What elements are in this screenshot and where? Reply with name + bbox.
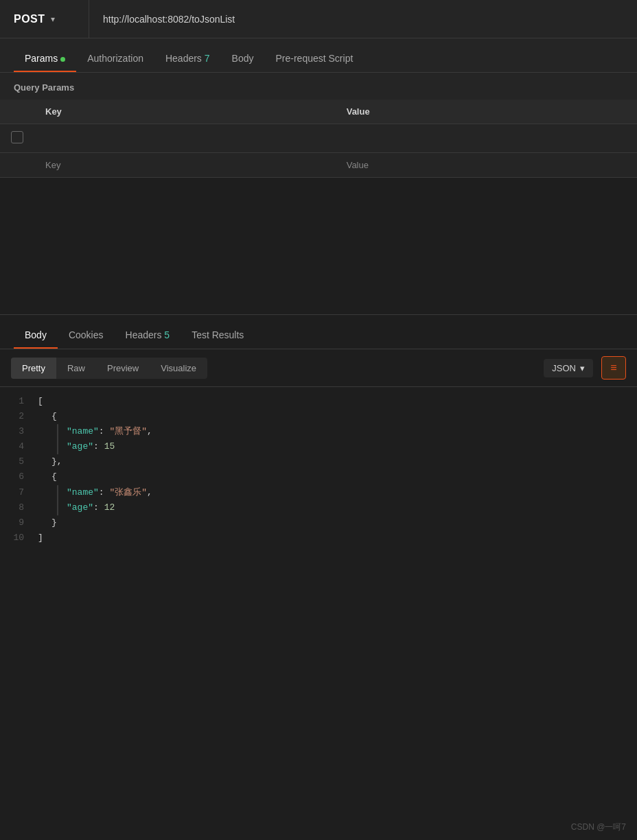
line-content-4: "age": 15	[57, 439, 637, 454]
json-line-2: 2 {	[0, 409, 637, 424]
tab-prerequest[interactable]: Pre-request Script	[264, 43, 364, 72]
line-content-2: {	[38, 409, 637, 424]
table-row: Key Value	[0, 153, 637, 178]
line-content-3: "name": "黑予督",	[57, 424, 637, 439]
format-toolbar: Pretty Raw Preview Visualize JSON ▾ ≡	[0, 349, 637, 387]
line-content-8: "age": 12	[57, 500, 637, 515]
query-params-title: Query Params	[0, 73, 637, 100]
row-checkbox-cell[interactable]	[0, 124, 34, 153]
line-num-8: 8	[0, 500, 38, 515]
json-format-selector[interactable]: JSON ▾	[544, 359, 593, 377]
json-line-7: 7 "name": "张鑫乐",	[0, 485, 637, 500]
line-content-10: ]	[38, 530, 637, 546]
line-num-9: 9	[0, 515, 38, 530]
row-key-cell[interactable]	[34, 124, 336, 153]
line-num-5: 5	[0, 454, 38, 469]
json-line-8: 8 "age": 12	[0, 500, 637, 515]
line-num-7: 7	[0, 485, 38, 500]
format-btn-pretty[interactable]: Pretty	[11, 358, 56, 379]
line-num-4: 4	[0, 439, 38, 454]
chevron-down-icon: ▾	[51, 14, 55, 24]
line-num-10: 10	[0, 530, 38, 546]
format-btn-preview[interactable]: Preview	[96, 358, 150, 379]
url-bar: POST ▾	[0, 0, 637, 38]
row-checkbox[interactable]	[11, 131, 23, 143]
json-line-3: 3 "name": "黑予督",	[0, 424, 637, 439]
json-line-10: 10 ]	[0, 530, 637, 546]
line-content-7: "name": "张鑫乐",	[57, 485, 637, 500]
placeholder-checkbox-cell	[0, 153, 34, 178]
url-input[interactable]	[89, 0, 637, 38]
method-label: POST	[14, 13, 45, 25]
line-num-2: 2	[0, 409, 38, 424]
format-btn-raw[interactable]: Raw	[56, 358, 96, 379]
format-group: Pretty Raw Preview Visualize	[11, 358, 207, 379]
line-content-5: },	[38, 454, 637, 469]
line-content-9: }	[38, 515, 637, 530]
request-tabs-bar: Params Authorization Headers 7 Body Pre-…	[0, 38, 637, 73]
json-format-label: JSON	[552, 363, 576, 373]
tab-authorization[interactable]: Authorization	[76, 43, 154, 72]
response-tabs-bar: Body Cookies Headers 5 Test Results	[0, 315, 637, 349]
json-line-9: 9 }	[0, 515, 637, 530]
response-tab-body[interactable]: Body	[14, 320, 58, 349]
tab-body[interactable]: Body	[221, 43, 265, 72]
table-header-value: Value	[336, 100, 637, 124]
response-tab-cookies[interactable]: Cookies	[58, 320, 115, 349]
params-table: Key Value Key Value	[0, 100, 637, 178]
response-tab-testresults[interactable]: Test Results	[181, 320, 255, 349]
table-row	[0, 124, 637, 153]
format-btn-visualize[interactable]: Visualize	[150, 358, 207, 379]
line-num-1: 1	[0, 394, 38, 409]
empty-space	[0, 178, 637, 315]
method-dropdown[interactable]: POST ▾	[0, 0, 89, 38]
json-format-chevron: ▾	[580, 363, 585, 373]
json-line-5: 5 },	[0, 454, 637, 469]
placeholder-value-cell[interactable]: Value	[336, 153, 637, 178]
line-content-1: [	[38, 394, 637, 409]
table-header-key: Key	[34, 100, 336, 124]
json-line-4: 4 "age": 15	[0, 439, 637, 454]
tab-params[interactable]: Params	[14, 43, 76, 72]
placeholder-key-cell[interactable]: Key	[34, 153, 336, 178]
wrap-icon: ≡	[610, 362, 616, 374]
tab-headers[interactable]: Headers 7	[154, 43, 221, 72]
params-active-dot	[60, 57, 65, 62]
line-num-6: 6	[0, 469, 38, 485]
line-num-3: 3	[0, 424, 38, 439]
wrap-button[interactable]: ≡	[601, 356, 626, 380]
watermark: CSDN @一呵7	[571, 821, 626, 833]
line-content-6: {	[38, 469, 637, 485]
row-value-cell[interactable]	[336, 124, 637, 153]
json-viewer: 1 [ 2 { 3 "name": "黑予督", 4 "age": 15 5 }…	[0, 387, 637, 552]
table-header-checkbox	[0, 100, 34, 124]
json-line-1: 1 [	[0, 394, 637, 409]
response-tab-headers[interactable]: Headers 5	[115, 320, 181, 349]
json-line-6: 6 {	[0, 469, 637, 485]
